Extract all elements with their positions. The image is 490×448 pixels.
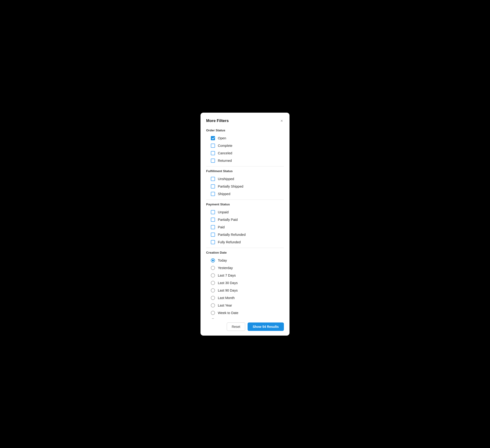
divider-3 (206, 248, 284, 248)
checkbox-unshipped-label: Unshipped (218, 177, 234, 181)
radio-today[interactable]: Today (211, 257, 284, 264)
checkbox-shipped-label: Shipped (218, 192, 230, 196)
creation-date-label: Creation Date (206, 251, 284, 254)
checkbox-canceled[interactable]: Canceled (211, 149, 284, 157)
radio-last7-label: Last 7 Days (218, 274, 236, 277)
checkbox-partially-shipped-label: Partially Shipped (218, 185, 243, 188)
reset-button[interactable]: Reset (227, 322, 245, 331)
checkbox-partially-refunded-label: Partially Refunded (218, 233, 246, 237)
checkbox-fully-refunded[interactable]: Fully Refunded (211, 238, 284, 246)
checkbox-open-box[interactable] (211, 136, 215, 140)
order-status-group: Open Complete Canceled Returned (206, 134, 284, 164)
radio-last90-label: Last 90 Days (218, 289, 238, 292)
radio-week-to-date-label: Week to Date (218, 311, 238, 315)
payment-status-label: Payment Status (206, 203, 284, 206)
checkbox-returned[interactable]: Returned (211, 157, 284, 164)
radio-last30-label: Last 30 Days (218, 281, 238, 285)
radio-last7[interactable]: Last 7 Days (211, 272, 284, 279)
checkbox-paid[interactable]: Paid (211, 224, 284, 231)
radio-last90[interactable]: Last 90 Days (211, 287, 284, 294)
radio-last-year-btn[interactable] (211, 303, 215, 308)
close-button[interactable]: × (280, 118, 284, 123)
checkbox-unpaid-label: Unpaid (218, 210, 229, 214)
radio-month-to-date-label: Month to Date (218, 319, 239, 319)
divider-2 (206, 199, 284, 200)
radio-month-to-date-btn[interactable] (211, 318, 215, 319)
radio-last-year-label: Last Year (218, 303, 232, 307)
radio-yesterday[interactable]: Yesterday (211, 264, 284, 272)
radio-last-month-label: Last Month (218, 296, 235, 300)
modal-footer: Reset Show 54 Results (201, 319, 289, 331)
checkbox-unshipped[interactable]: Unshipped (211, 175, 284, 183)
checkbox-paid-label: Paid (218, 225, 225, 229)
radio-yesterday-label: Yesterday (218, 266, 233, 270)
divider-1 (206, 166, 284, 166)
modal-body: Order Status Open Complete Canceled Retu… (201, 127, 289, 319)
payment-status-group: Unpaid Partially Paid Paid Partially Ref… (206, 208, 284, 246)
radio-last7-btn[interactable] (211, 273, 215, 277)
checkbox-paid-box[interactable] (211, 225, 215, 229)
creation-date-group: Today Yesterday Last 7 Days Last 30 Days… (206, 257, 284, 319)
radio-week-to-date-btn[interactable] (211, 311, 215, 315)
checkbox-partially-shipped-box[interactable] (211, 184, 215, 189)
checkbox-complete-label: Complete (218, 144, 232, 147)
checkbox-unshipped-box[interactable] (211, 177, 215, 181)
checkbox-canceled-box[interactable] (211, 151, 215, 155)
radio-today-btn[interactable] (211, 258, 215, 263)
checkbox-fully-refunded-box[interactable] (211, 240, 215, 244)
modal-header: More Filters × (201, 118, 289, 127)
checkbox-complete-box[interactable] (211, 144, 215, 148)
radio-yesterday-btn[interactable] (211, 266, 215, 270)
order-status-label: Order Status (206, 129, 284, 132)
radio-today-label: Today (218, 258, 227, 262)
checkbox-partially-shipped[interactable]: Partially Shipped (211, 183, 284, 190)
checkbox-canceled-label: Canceled (218, 151, 232, 155)
checkbox-fully-refunded-label: Fully Refunded (218, 240, 241, 244)
more-filters-modal: More Filters × Order Status Open Complet… (201, 113, 289, 336)
checkbox-shipped[interactable]: Shipped (211, 190, 284, 198)
checkbox-partially-refunded[interactable]: Partially Refunded (211, 231, 284, 238)
radio-last-year[interactable]: Last Year (211, 302, 284, 309)
modal-title: More Filters (206, 119, 229, 123)
checkbox-unpaid-box[interactable] (211, 210, 215, 214)
checkbox-partially-paid-box[interactable] (211, 217, 215, 222)
checkbox-complete[interactable]: Complete (211, 142, 284, 149)
radio-month-to-date[interactable]: Month to Date (211, 317, 284, 319)
checkbox-partially-paid-label: Partially Paid (218, 218, 238, 222)
checkbox-open[interactable]: Open (211, 134, 284, 142)
checkbox-partially-paid[interactable]: Partially Paid (211, 216, 284, 224)
checkbox-returned-box[interactable] (211, 159, 215, 163)
show-results-button[interactable]: Show 54 Results (248, 322, 284, 331)
fulfillment-status-label: Fulfillment Status (206, 169, 284, 173)
checkbox-partially-refunded-box[interactable] (211, 233, 215, 237)
radio-last30[interactable]: Last 30 Days (211, 279, 284, 287)
radio-last-month[interactable]: Last Month (211, 294, 284, 302)
radio-week-to-date[interactable]: Week to Date (211, 309, 284, 317)
checkbox-open-label: Open (218, 136, 226, 140)
radio-last90-btn[interactable] (211, 288, 215, 293)
checkbox-unpaid[interactable]: Unpaid (211, 208, 284, 216)
radio-last-month-btn[interactable] (211, 296, 215, 300)
checkbox-returned-label: Returned (218, 159, 232, 163)
radio-last30-btn[interactable] (211, 281, 215, 285)
checkbox-shipped-box[interactable] (211, 192, 215, 196)
fulfillment-status-group: Unshipped Partially Shipped Shipped (206, 175, 284, 198)
